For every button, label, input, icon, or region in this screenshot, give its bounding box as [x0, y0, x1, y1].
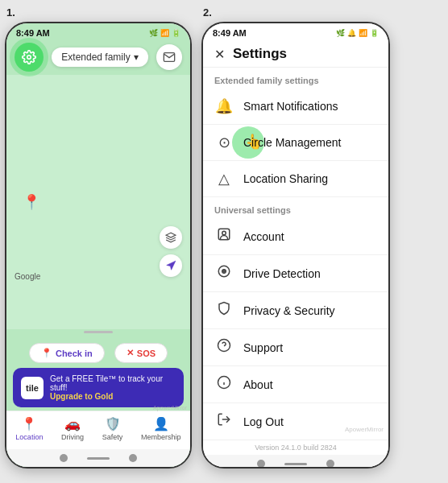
- circle-icon: ⊙: [214, 134, 234, 151]
- phone1-frame: 8:49 AM 🌿 📶 🔋 Extended family ▾: [5, 22, 192, 469]
- navigate-icon: [165, 260, 176, 271]
- privacy-label: Privacy & Security: [243, 304, 335, 317]
- phone1-screen: 8:49 AM 🌿 📶 🔋 Extended family ▾: [6, 23, 190, 467]
- phone2-hw-bar: [203, 455, 388, 469]
- nav-item-driving[interactable]: 🚗 Driving: [61, 416, 84, 441]
- sos-label: SOS: [137, 349, 156, 358]
- svg-point-4: [222, 231, 226, 235]
- promo-banner[interactable]: tile Get a FREE Tile™ to track your stuf…: [13, 368, 184, 407]
- family-selector[interactable]: Extended family ▾: [52, 47, 147, 67]
- settings-item-privacy[interactable]: Privacy & Security: [203, 292, 388, 329]
- hw2-home-btn: [284, 463, 307, 465]
- map-area: 📍 Google: [6, 75, 190, 329]
- logout-icon: [214, 412, 234, 431]
- map-layers-button[interactable]: [160, 226, 182, 249]
- mail-button[interactable]: [156, 44, 182, 70]
- mail-icon: [163, 51, 176, 64]
- phone2-watermark: ApowerMirror: [345, 426, 384, 433]
- settings-item-logout[interactable]: Log Out: [203, 403, 388, 440]
- settings-title: Settings: [233, 46, 287, 62]
- promo-line2: Upgrade to Gold: [50, 392, 176, 401]
- gear-icon: [22, 50, 36, 64]
- tile-icon: tile: [21, 377, 44, 399]
- map-pin: 📍: [23, 193, 40, 211]
- chevron-down-icon: ▾: [134, 52, 139, 63]
- about-icon: [214, 375, 234, 394]
- safety-nav-label: Safety: [102, 433, 123, 441]
- safety-nav-icon: 🛡️: [105, 416, 121, 431]
- settings-header: ✕ Settings: [203, 39, 388, 68]
- about-label: About: [243, 378, 273, 391]
- drive-detection-icon: [214, 264, 234, 283]
- membership-nav-label: Membership: [141, 433, 181, 441]
- sos-button[interactable]: ✕ SOS: [114, 343, 168, 363]
- close-button[interactable]: ✕: [214, 47, 225, 62]
- settings-item-drive-detection[interactable]: Drive Detection: [203, 255, 388, 292]
- svg-marker-1: [166, 233, 176, 237]
- phone1-top-bar: Extended family ▾: [6, 39, 190, 75]
- phone1-status-bar: 8:49 AM 🌿 📶 🔋: [6, 23, 190, 39]
- nav-item-safety[interactable]: 🛡️ Safety: [102, 416, 123, 441]
- map-navigate-button[interactable]: [160, 254, 182, 277]
- svg-point-0: [27, 56, 31, 60]
- drag-handle: [84, 331, 113, 333]
- hw-home-btn: [87, 457, 110, 460]
- gear-button[interactable]: [15, 43, 44, 72]
- phone2-screen: 8:49 AM 🌿 🔔 📶 🔋 ✕ Settings Extended fami…: [203, 23, 388, 467]
- logout-label: Log Out: [243, 415, 284, 428]
- location-nav-label: Location: [15, 433, 43, 441]
- checkin-label: Check in: [56, 349, 93, 358]
- settings-item-location-sharing[interactable]: △ Location Sharing: [203, 161, 388, 197]
- phone2-status-bar: 8:49 AM 🌿 🔔 📶 🔋: [203, 23, 388, 39]
- privacy-icon: [214, 301, 234, 320]
- settings-item-smart-notifications[interactable]: 🔔 Smart Notifications: [203, 89, 388, 125]
- section-extended-family-label: Extended family settings: [203, 68, 388, 89]
- panel2-number: 2.: [201, 6, 212, 19]
- action-bar: 📍 Check in ✕ SOS: [6, 338, 190, 368]
- settings-item-circle-management[interactable]: ⊙ Circle Management 👆: [203, 125, 388, 161]
- account-icon: [214, 227, 234, 246]
- location-sharing-label: Location Sharing: [243, 172, 328, 185]
- drag-handle-area: [6, 329, 190, 338]
- checkin-icon: 📍: [41, 348, 52, 358]
- panel1-number: 1.: [5, 6, 15, 19]
- version-text: Version 24.1.0 build 2824: [203, 440, 388, 455]
- svg-marker-2: [167, 261, 176, 270]
- section-universal-label: Universal settings: [203, 197, 388, 218]
- location-sharing-icon: △: [214, 170, 234, 188]
- location-nav-icon: 📍: [21, 416, 37, 431]
- nav-item-location[interactable]: 📍 Location: [15, 416, 43, 441]
- phone2-status-icons: 🌿 🔔 📶 🔋: [336, 29, 379, 37]
- support-icon: [214, 338, 234, 357]
- map-google-label: Google: [15, 272, 40, 281]
- layers-icon: [165, 232, 176, 243]
- phone1-time: 8:49 AM: [16, 28, 50, 38]
- hw-back-btn: [60, 454, 68, 462]
- circle-management-label: Circle Management: [243, 136, 341, 149]
- settings-item-about[interactable]: About: [203, 366, 388, 403]
- membership-nav-icon: 👤: [153, 416, 169, 431]
- driving-nav-label: Driving: [61, 433, 84, 441]
- phone1-status-icons: 🌿 📶 🔋: [149, 29, 180, 37]
- hw2-recent-btn: [326, 460, 334, 468]
- notification-icon: 🔔: [214, 97, 234, 115]
- bottom-nav: 📍 Location 🚗 Driving 🛡️ Safety 👤 Members…: [6, 411, 190, 449]
- settings-item-account[interactable]: Account: [203, 218, 388, 255]
- panel2-wrapper: 2. 8:49 AM 🌿 🔔 📶 🔋 ✕ Settings Extended f…: [197, 0, 395, 473]
- promo-line1: Get a FREE Tile™ to track your stuff!: [50, 374, 176, 392]
- driving-nav-icon: 🚗: [64, 416, 81, 431]
- support-label: Support: [243, 341, 283, 354]
- sos-icon: ✕: [127, 348, 134, 358]
- checkin-button[interactable]: 📍 Check in: [29, 343, 105, 363]
- settings-item-support[interactable]: Support: [203, 329, 388, 366]
- smart-notifications-label: Smart Notifications: [243, 100, 338, 113]
- phone1-watermark: ApowerMirror: [153, 405, 187, 411]
- phone2-frame: 8:49 AM 🌿 🔔 📶 🔋 ✕ Settings Extended fami…: [201, 22, 390, 469]
- promo-text: Get a FREE Tile™ to track your stuff! Up…: [50, 374, 176, 401]
- panel1-wrapper: 1. 8:49 AM 🌿 📶 🔋: [0, 0, 197, 473]
- account-label: Account: [243, 230, 284, 243]
- nav-item-membership[interactable]: 👤 Membership: [141, 416, 181, 441]
- phone2-time: 8:49 AM: [213, 28, 247, 38]
- drive-detection-label: Drive Detection: [243, 267, 321, 280]
- hw2-back-btn: [257, 460, 265, 468]
